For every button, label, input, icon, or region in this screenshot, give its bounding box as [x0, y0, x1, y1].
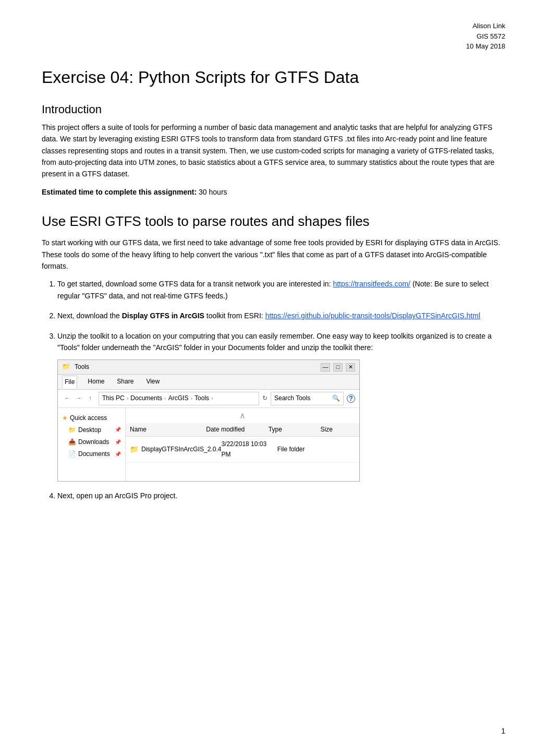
step4-text: Next, open up an ArcGIS Pro project.	[57, 491, 177, 500]
screenshot-box: 📁 Tools — □ ✕ File Home Share View ←	[57, 359, 360, 481]
documents-pin-icon: 📌	[115, 450, 121, 459]
scroll-up-indicator[interactable]: ∧	[126, 408, 359, 424]
minimize-button[interactable]: —	[321, 363, 330, 371]
file-name-cell: 📁 DisplayGTFSInArcGIS_2.0.4	[130, 443, 221, 455]
step1-link[interactable]: https://transitfeeds.com/	[333, 280, 410, 288]
documents-doc-icon: 📄	[68, 449, 76, 459]
breadcrumb-path[interactable]: This PC › Documents › ArcGIS › Tools ›	[99, 392, 259, 405]
step-1: To get started, download some GTFS data …	[57, 278, 505, 302]
ribbon-tab-view[interactable]: View	[144, 376, 162, 388]
titlebar-folder-icon: 📁	[62, 362, 70, 373]
screenshot-titlebar: 📁 Tools — □ ✕	[58, 360, 359, 375]
desktop-item[interactable]: 📁 Desktop 📌	[60, 424, 123, 436]
file-date-cell: 3/22/2018 10:03 PM	[221, 439, 277, 459]
author-name: Alison Link	[472, 22, 505, 30]
estimated-label: Estimated time to complete this assignme…	[42, 188, 197, 196]
ribbon-tab-home[interactable]: Home	[86, 376, 106, 388]
step-3: Unzip the toolkit to a location on your …	[57, 330, 505, 482]
downloads-pin-icon: 📌	[115, 438, 121, 447]
search-box[interactable]: Search Tools 🔍	[271, 392, 344, 405]
breadcrumb-item-arcgis[interactable]: ArcGIS	[168, 393, 189, 403]
col-header-date[interactable]: Date modified	[206, 425, 269, 435]
pin-icon: 📌	[115, 426, 121, 434]
downloads-item[interactable]: 📥 Downloads 📌	[60, 436, 123, 448]
downloads-label: Downloads	[78, 437, 109, 447]
section1-intro: To start working with our GTFS data, we …	[42, 237, 505, 272]
file-name-text: DisplayGTFSInArcGIS_2.0.4	[141, 445, 221, 454]
table-row[interactable]: 📁 DisplayGTFSInArcGIS_2.0.4 3/22/2018 10…	[126, 437, 359, 462]
intro-body: This project offers a suite of tools for…	[42, 122, 505, 180]
address-bar: ← → ↑ This PC › Documents › ArcGIS › Too…	[58, 390, 359, 407]
col-header-type[interactable]: Type	[269, 425, 321, 435]
close-button[interactable]: ✕	[346, 363, 355, 371]
course-code: GIS 5572	[477, 32, 505, 40]
step2-bold-text: Display GTFS in ArcGIS	[122, 311, 204, 320]
intro-heading: Introduction	[42, 103, 505, 116]
col-header-name[interactable]: Name	[130, 425, 206, 435]
desktop-label: Desktop	[78, 425, 101, 435]
file-type-cell: File folder	[277, 445, 324, 454]
desktop-folder-icon: 📁	[68, 425, 76, 435]
document-title: Exercise 04: Python Scripts for GTFS Dat…	[42, 67, 505, 87]
up-button[interactable]: ↑	[85, 393, 95, 404]
downloads-folder-icon: 📥	[68, 437, 76, 447]
file-folder-icon: 📁	[130, 443, 139, 455]
section1-heading: Use ESRI GTFS tools to parse routes and …	[42, 213, 505, 230]
breadcrumb-item-documents[interactable]: Documents	[130, 393, 162, 403]
help-icon[interactable]: ?	[347, 394, 355, 403]
breadcrumb-item-tools[interactable]: Tools	[195, 393, 209, 403]
right-panel: ∧ Name Date modified Type Size 📁 Display…	[126, 408, 359, 481]
titlebar-title: Tools	[75, 362, 89, 372]
quick-access-item[interactable]: ★ Quick access	[60, 412, 123, 424]
column-headers: Name Date modified Type Size	[126, 423, 359, 437]
refresh-area: ↻	[262, 393, 268, 403]
doc-date: 10 May 2018	[466, 42, 505, 50]
steps-list: To get started, download some GTFS data …	[57, 278, 505, 501]
step1-text-before: To get started, download some GTFS data …	[57, 280, 333, 288]
ribbon-tab-share[interactable]: Share	[115, 376, 136, 388]
forward-button[interactable]: →	[74, 393, 84, 404]
document-header: Alison Link GIS 5572 10 May 2018	[42, 21, 505, 52]
step2-text-before: Next, download the	[57, 311, 122, 320]
nav-buttons: ← → ↑	[62, 393, 95, 404]
step-4: Next, open up an ArcGIS Pro project.	[57, 490, 505, 501]
star-icon: ★	[62, 413, 68, 423]
maximize-button[interactable]: □	[333, 363, 343, 371]
estimated-time: Estimated time to complete this assignme…	[42, 186, 505, 198]
documents-label: Documents	[78, 449, 110, 459]
titlebar-controls[interactable]: — □ ✕	[321, 363, 355, 371]
file-area: ★ Quick access 📁 Desktop 📌 📥 Downloads 📌	[58, 408, 359, 481]
col-header-size[interactable]: Size	[321, 425, 355, 435]
ribbon-tab-file[interactable]: File	[62, 376, 77, 388]
back-button[interactable]: ←	[62, 393, 72, 404]
breadcrumb-item-thispc[interactable]: This PC	[102, 393, 125, 403]
quick-access-label: Quick access	[70, 413, 107, 423]
search-text: Search Tools	[274, 393, 310, 403]
documents-item[interactable]: 📄 Documents 📌	[60, 448, 123, 460]
ribbon: File Home Share View	[58, 375, 359, 390]
step2-link[interactable]: https://esri.github.io/public-transit-to…	[265, 311, 480, 320]
left-panel: ★ Quick access 📁 Desktop 📌 📥 Downloads 📌	[58, 408, 126, 481]
titlebar-left: 📁 Tools	[62, 362, 89, 373]
step-2: Next, download the Display GTFS in ArcGI…	[57, 310, 505, 321]
search-icon: 🔍	[332, 393, 340, 403]
refresh-icon[interactable]: ↻	[262, 393, 268, 403]
page-number: 1	[501, 727, 505, 735]
step3-text: Unzip the toolkit to a location on your …	[57, 332, 492, 352]
step2-text-middle: toolkit from ESRI:	[206, 311, 265, 320]
estimated-value: 30 hours	[199, 188, 227, 196]
